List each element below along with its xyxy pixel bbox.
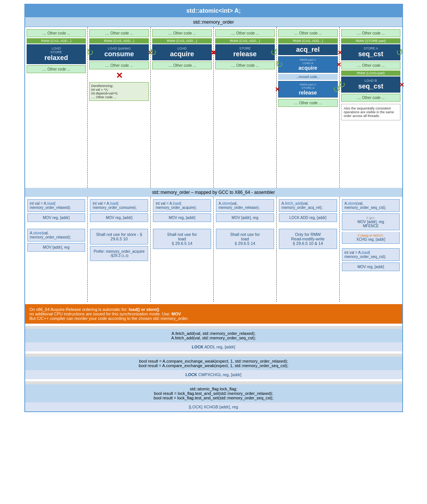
acqrel-name: acq_rel (278, 44, 338, 55)
consume-rmw: RMW (CAS, ADD...) (89, 38, 149, 44)
acqrel-other-bottom: .... Other code ... (278, 99, 338, 107)
acqrel-part1: ↻ RMW-part-1LOAD A acquire ✕ (278, 56, 338, 73)
release-other-top: .... Other code ... (215, 29, 275, 37)
acquire-op-name: acquire (154, 50, 210, 58)
release-other-bottom: .... Other code ... (215, 62, 275, 69)
asm-subtitle: std::memory_order – mapped by GCC to X86… (25, 188, 402, 197)
asm-seqcst-code2: int val = A.load(memory_order_seq_cst); (342, 248, 400, 261)
asm-col-acquire: int val = A.load(memory_order_acquire); … (151, 197, 214, 302)
acqrel-rmw: RMW (CAS, ADD...) (278, 38, 338, 44)
atomic-flag-asm: [LOCK] XCHGB [addr], reg (25, 402, 402, 411)
fetch-add-code1: A.fetch_add(val, std::memory_order_relax… (27, 331, 400, 336)
seqcst-other-mid: .... Other code ... (341, 62, 401, 69)
acqrel-part2-cross: ✕ (275, 86, 280, 93)
columns-section: .... Other code ... RMW (CAS, ADD...) LO… (25, 27, 402, 188)
consume-op-name: consume (91, 50, 147, 58)
asm-col-seqcst: A.store(val,memory_order_seq_cst); // gc… (340, 197, 402, 302)
seqcst-store-label: STORE A (343, 46, 399, 50)
asm-consume-code1: int val = A.load(memory_order_consume); (90, 199, 148, 212)
asm-col-acqrel: A.fetch_add(val,memory_order_acq_rel); L… (277, 197, 340, 302)
relaxed-op-name: relaxed (28, 54, 85, 62)
seqcst-load-cross: ✕ (399, 81, 404, 88)
flag-code1: std::atomic_flag lock_flag; (27, 387, 400, 391)
col-acquire: .... Other code ... RMW (CAS, ADD...) ↻ … (151, 27, 214, 188)
relaxed-main-box: LOADSTORE relaxed (27, 44, 86, 64)
asm-release-code1: A.store(val,memory_order_release); (216, 199, 274, 212)
main-title: std::atomic<int> A; (25, 4, 402, 17)
lock-keyword2: LOCK (186, 372, 197, 377)
release-op-name: release (217, 50, 273, 58)
memory-order-subtitle: std::memory_order (25, 17, 402, 27)
fetch-add-code2: A.fetch_add(val, std::memory_order_seq_c… (27, 336, 400, 340)
asm-relaxed-code2: A.store(val,memory_order_relaxed); (27, 229, 85, 242)
asm-relaxed-code1: int val = A.load(memory_order_relaxed); (27, 199, 85, 212)
acqrel-part2-label: RMW-part-2STORE A (280, 83, 336, 90)
relaxed-other-bottom: .... Other code ... (27, 65, 86, 73)
asm-seqcst-asm1: // gcc: MOV [addr], reg MFENCE (342, 213, 400, 230)
cmp-code1: bool result = A.compare_exchange_weak(ex… (27, 359, 400, 363)
compare-exchange-codes: bool result = A.compare_exchange_weak(ex… (25, 357, 402, 370)
asm-acqrel-asm1: LOCK ADD reg, [addr] (279, 213, 337, 222)
seqcst-store-cross: ✕ (337, 49, 342, 56)
asm-seqcst-asm2: MOV reg, [addr] (342, 262, 400, 271)
asm-relaxed-asm1: MOV reg, [addr] (27, 213, 85, 222)
seqcst-load-label: LOAD B (343, 79, 399, 82)
asm-seqcst-code1: A.store(val,memory_order_seq_cst); (342, 199, 400, 212)
asm-acquire-code1: int val = A.load(memory_order_acquire); (153, 199, 211, 212)
main-container: std::atomic<int> A; std::memory_order ..… (24, 4, 403, 412)
asm-col-relaxed: int val = A.load(memory_order_relaxed); … (25, 197, 88, 302)
asm-acquire-note1: Shall not use forload§ 29.6.5 14 (153, 229, 211, 249)
release-rmw: RMW (CAS, ADD...) (215, 38, 275, 44)
asm-relaxed-asm2: MOV [addr], reg (27, 243, 85, 252)
fetch-add-asm: LOCK ADDL reg, [addr] (25, 342, 402, 351)
relaxed-op-label: LOADSTORE (28, 46, 85, 54)
acqrel-other-top: .... Other code ... (278, 29, 338, 37)
consume-main-box: ↻ LOAD (pointer) consume ✕ (89, 44, 149, 60)
consume-other-bottom: .... Other code ... (89, 62, 149, 69)
seqcst-load-name: seq_cst (343, 82, 399, 90)
seqcst-store-name: seq_cst (343, 50, 399, 58)
seqcst-note: Also the sequentially consistent operati… (341, 104, 401, 120)
asm-consume-note2: Prefer: memory_order_acquire -§29.3 (1.3… (90, 246, 148, 261)
release-cross-left: ✕ (211, 49, 216, 56)
consume-cross-bottom: ✕ (116, 71, 123, 81)
acqrel-part1-label: RMW-part-1LOAD A (280, 58, 336, 65)
acquire-other-top: .... Other code ... (152, 29, 212, 37)
asm-acqrel-code1: A.fetch_add(val,memory_order_acq_rel); (279, 199, 337, 212)
seqcst-store-box: ↺ STORE A seq_cst ✕ (341, 44, 401, 60)
asm-seqcst-asm1b: // clang or MSVC: XCHG reg, [addr] (342, 232, 400, 244)
acqrel-moved: ...moved code... (278, 74, 338, 80)
acqrel-part2: ↺ RMW-part-2STORE A release ✕ (278, 81, 338, 98)
release-op-label: STORE (217, 46, 273, 50)
asm-col-release: A.store(val,memory_order_release); MOV [… (214, 197, 277, 302)
seqcst-load-box: ↻ LOAD B seq_cst ✕ (341, 76, 401, 93)
asm-columns: int val = A.load(memory_order_relaxed); … (25, 197, 402, 302)
asm-acqrel-note1: Only for RMWRead-modify-write§ 29.6.5 10… (279, 229, 337, 249)
cmp-code2: bool result = A.compare_exchange_weak(ex… (27, 363, 400, 368)
seqcst-rmw-load: RMW (LOAD-part) (341, 70, 401, 76)
acquire-other-bottom: .... Other code ... (152, 62, 212, 69)
relaxed-rmw: RMW (CAS, ADD...) (27, 38, 86, 44)
seqcst-other-top: .... Other code ... (341, 29, 401, 37)
consume-other-top: .... Other code ... (89, 29, 149, 37)
seqcst-other-bottom: .... Other code ... (341, 94, 401, 102)
orange-info-box: On x86_64 Acquire-Release ordering is au… (25, 304, 402, 324)
acqrel-part2-name: release (280, 90, 336, 96)
asm-release-asm1: MOV [addr], reg (216, 213, 274, 222)
col-seq-cst: .... Other code ... RMW (STORE-part) ↺ S… (340, 27, 402, 188)
flag-code2: bool result = lock_flag.test_and_set(std… (27, 391, 400, 396)
col-relaxed: .... Other code ... RMW (CAS, ADD...) LO… (25, 27, 88, 188)
consume-deref: Dereferencing: int val = *A; int depend=… (89, 82, 149, 101)
asm-acquire-asm1: MOV reg, [addr] (153, 213, 211, 222)
flag-code3: bool result = lock_flag.test_and_set(std… (27, 396, 400, 400)
release-main-box: ↺ STORE release ✕ (215, 44, 275, 60)
acqrel-part1-name: acquire (280, 65, 336, 71)
seqcst-rmw-store: RMW (STORE-part) (341, 38, 401, 44)
col-consume: .... Other code ... RMW (CAS, ADD...) ↻ … (88, 27, 151, 188)
asm-release-note1: Shall not use forload§ 29.6.5 14 (216, 229, 274, 249)
atomic-flag-codes: std::atomic_flag lock_flag; bool result … (25, 384, 402, 402)
compare-exchange-asm: LOCK CMPXCHGL reg, [addr] (25, 370, 402, 379)
asm-consume-asm1: MOV reg, [addr] (90, 213, 148, 222)
acquire-op-label: LOAD (154, 46, 210, 50)
consume-op-label: LOAD (pointer) (91, 46, 147, 50)
